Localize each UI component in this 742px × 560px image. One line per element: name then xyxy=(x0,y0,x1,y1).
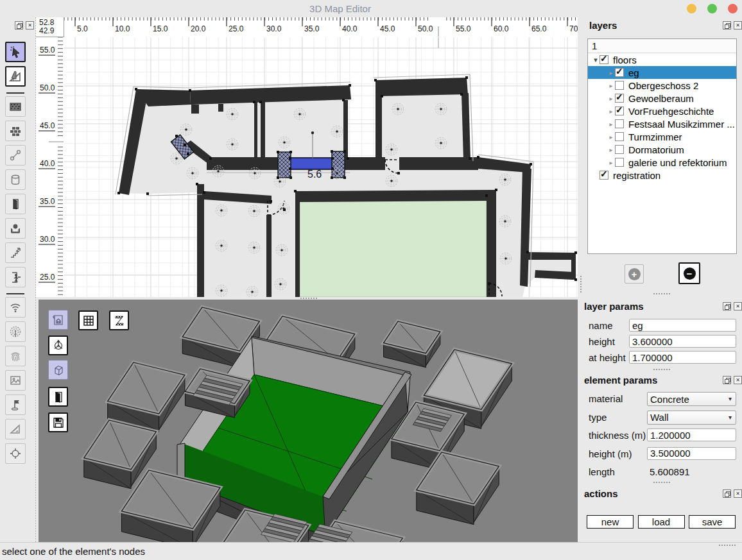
gizmo-button[interactable] xyxy=(48,335,68,355)
selected-wall[interactable] xyxy=(290,158,332,169)
tree-item-dormatorium[interactable]: ▸Dormatorium xyxy=(588,143,736,156)
plan-overlay-button[interactable] xyxy=(48,310,68,330)
expand-arrow-icon[interactable]: ▸ xyxy=(607,133,615,140)
exit-tool-button[interactable] xyxy=(5,267,26,287)
wireframe-button[interactable] xyxy=(48,360,68,380)
close-dock-icon[interactable]: ✕ xyxy=(734,489,742,498)
wall-node[interactable] xyxy=(184,144,186,146)
expand-arrow-icon[interactable]: ▸ xyxy=(607,69,615,76)
tree-item-floors[interactable]: ▾✓floors xyxy=(588,53,736,66)
wall-node[interactable] xyxy=(203,191,205,194)
height-input[interactable]: 3.600000 xyxy=(629,335,736,348)
height-m--input[interactable]: 3.500000 xyxy=(647,447,736,460)
wall-node[interactable] xyxy=(259,101,262,103)
wall-node[interactable] xyxy=(135,88,137,90)
expand-arrow-icon[interactable]: ▸ xyxy=(607,159,615,166)
tree-item-turmzimmer[interactable]: ▸Turmzimmer xyxy=(588,130,736,143)
grid-button[interactable] xyxy=(78,310,98,330)
wall-node[interactable] xyxy=(331,150,333,153)
wall-node[interactable] xyxy=(289,157,291,160)
door-tool-button[interactable] xyxy=(5,194,26,214)
wall-node[interactable] xyxy=(574,278,577,281)
visibility-checkbox[interactable]: ✓ xyxy=(615,106,624,115)
wall-node[interactable] xyxy=(343,150,346,153)
wall-node[interactable] xyxy=(469,157,471,160)
wall-node[interactable] xyxy=(289,167,291,170)
wall-node[interactable] xyxy=(331,176,333,179)
remove-layer-button[interactable]: − xyxy=(678,262,700,284)
wall-node[interactable] xyxy=(289,176,292,179)
draw-tool-button[interactable] xyxy=(5,66,26,87)
guide-node[interactable] xyxy=(311,132,314,134)
add-layer-button[interactable]: + xyxy=(625,264,644,284)
wall-node[interactable] xyxy=(253,101,255,103)
wall-node[interactable] xyxy=(331,157,334,160)
tree-item-vorfruehgeschichte[interactable]: ▸✓VorFruehgeschichte xyxy=(588,105,736,117)
wall-node[interactable] xyxy=(530,163,532,165)
visibility-checkbox[interactable]: ✓ xyxy=(600,55,608,64)
expand-arrow-icon[interactable]: ▸ xyxy=(607,108,615,115)
scene-3d-viewport[interactable] xyxy=(39,300,578,542)
wall-node[interactable] xyxy=(477,156,479,158)
tree-item-galerie-und-refektorium[interactable]: ▸galerie und refektorium xyxy=(588,156,736,169)
wall-node[interactable] xyxy=(495,189,497,191)
column[interactable] xyxy=(278,152,291,178)
wall-node[interactable] xyxy=(574,251,577,254)
load-button[interactable]: load xyxy=(638,515,685,529)
wifi-tool-button[interactable] xyxy=(5,297,26,318)
visibility-checkbox[interactable] xyxy=(615,145,624,154)
wall-node[interactable] xyxy=(294,190,297,192)
wall-node[interactable] xyxy=(485,194,488,197)
wall-node[interactable] xyxy=(277,151,279,153)
wall-node[interactable] xyxy=(189,89,191,92)
float-dock-icon[interactable] xyxy=(15,21,23,30)
size-grip[interactable] xyxy=(719,545,736,546)
splitter-handle[interactable] xyxy=(653,482,670,483)
wall-node[interactable] xyxy=(277,176,279,179)
visibility-checkbox[interactable]: ✓ xyxy=(600,171,608,180)
close-window-button[interactable] xyxy=(728,4,738,13)
wall-node[interactable] xyxy=(381,95,383,98)
tree-item-gewoelberaum[interactable]: ▸✓Gewoelberaum xyxy=(588,92,736,105)
minimize-window-button[interactable] xyxy=(687,4,696,13)
material-select[interactable]: Concrete▾ xyxy=(647,392,736,406)
texture-tool-button[interactable] xyxy=(5,96,26,117)
tree-item-eg[interactable]: ▸✓eg xyxy=(588,66,736,79)
splitter-handle[interactable] xyxy=(300,298,317,299)
type-select[interactable]: Wall▾ xyxy=(647,411,736,425)
flag-tool-button[interactable] xyxy=(5,395,26,415)
stairs-tool-button[interactable] xyxy=(5,242,26,263)
visibility-checkbox[interactable] xyxy=(615,158,624,167)
float-dock-icon[interactable] xyxy=(723,302,731,310)
float-dock-icon[interactable] xyxy=(723,21,731,30)
texture-button[interactable] xyxy=(109,310,129,330)
visibility-checkbox[interactable]: ✓ xyxy=(615,68,624,77)
wall-node[interactable] xyxy=(289,151,292,153)
splitter-handle[interactable] xyxy=(653,369,670,370)
wall-node[interactable] xyxy=(209,157,212,160)
wall-node[interactable] xyxy=(342,99,345,101)
save-view-button[interactable] xyxy=(48,412,68,432)
door-view-button[interactable] xyxy=(48,387,68,407)
tree-item-obergeschoss-2[interactable]: ▸Obergeschoss 2 xyxy=(588,79,736,92)
floor-plan-canvas[interactable]: 5.6 xyxy=(64,37,578,297)
close-dock-icon[interactable]: ✕ xyxy=(26,21,34,30)
wall-node[interactable] xyxy=(374,79,377,81)
close-dock-icon[interactable]: ✕ xyxy=(734,302,742,310)
wall-node[interactable] xyxy=(270,200,272,203)
select-tool-button[interactable] xyxy=(5,42,26,62)
float-dock-icon[interactable] xyxy=(723,489,731,498)
column-tool-button[interactable] xyxy=(5,169,26,190)
expand-arrow-icon[interactable]: ▸ xyxy=(607,146,615,153)
tree-item-festsaal-musikzimmer[interactable]: ▸Festsaal Musikzimmer ... xyxy=(588,117,736,130)
visibility-checkbox[interactable]: ✓ xyxy=(615,94,624,103)
measure-tool-button[interactable] xyxy=(5,419,26,439)
vertical-splitter[interactable] xyxy=(578,17,585,542)
wall-node[interactable] xyxy=(343,176,346,179)
at-height-input[interactable]: 1.700000 xyxy=(629,351,736,364)
save-button[interactable]: save xyxy=(689,515,736,529)
wall-node[interactable] xyxy=(175,135,178,137)
origin-tool-button[interactable] xyxy=(5,443,26,464)
name-input[interactable]: eg xyxy=(629,319,736,332)
splitter-handle[interactable] xyxy=(580,276,582,293)
